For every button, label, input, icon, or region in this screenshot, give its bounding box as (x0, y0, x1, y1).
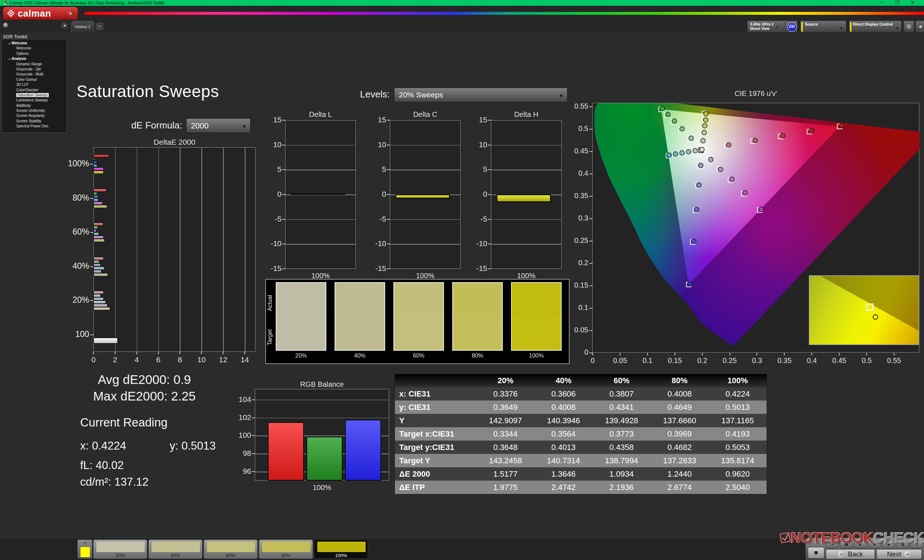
deltae-bar (93, 189, 106, 192)
source-accent-bar (801, 22, 803, 32)
thumbnail-label: 100% (314, 553, 368, 558)
deltae-bar (93, 304, 108, 307)
display-control-label: Direct Display Control (853, 22, 892, 26)
tab-strip: ◀ History 1 + X-Rite i1Pro 2 Direct View… (0, 21, 924, 33)
patch-thumbnail-60%[interactable]: 60% (204, 539, 258, 559)
gridline (390, 169, 460, 170)
x-tick-label: 0.25 (718, 356, 741, 365)
y-tick (252, 435, 255, 436)
window-title: Calman 2025 Calman Ultimate for Business… (9, 1, 164, 5)
y-tick (590, 285, 592, 286)
tree-expander-icon[interactable]: ◢ (8, 58, 10, 60)
sidebar-item-screen-angularity[interactable]: Screen Angularity (2, 113, 67, 118)
meter-device-dropdown[interactable]: X-Rite i1Pro 2 Direct View ▼ 232 (747, 21, 798, 33)
value-cell: 0.4224 (708, 387, 766, 401)
patch-thumbnail-80%[interactable]: 80% (259, 539, 313, 559)
tree-expander-icon[interactable]: ◢ (8, 42, 10, 44)
panel-collapse-button[interactable]: ◀ (915, 21, 924, 33)
thumbnail-label: 20% (93, 553, 147, 558)
value-cell: 0.5013 (708, 401, 766, 414)
y-tick-label: 0.5 (565, 124, 588, 133)
sidebar-item-options[interactable]: Options (2, 51, 67, 56)
deltae-bar (93, 307, 110, 310)
reading-x: x: 0.4224 (80, 439, 126, 452)
value-cell: 0.3344 (476, 427, 534, 440)
deltae-bar (93, 168, 104, 171)
row-label: Y (395, 414, 476, 427)
sidebar-item-screen-uniformity[interactable]: Screen Uniformity (2, 108, 67, 113)
sidebar-item-welcome[interactable]: ◢Welcome (2, 41, 67, 46)
x-tick (675, 353, 675, 355)
delta-c-title: Delta C (390, 111, 460, 119)
patch-thumbnail-40%[interactable]: 40% (148, 539, 202, 559)
measured-circle-marker (708, 157, 713, 162)
y-tick (387, 145, 390, 145)
sidebar-item-grayscale-multi[interactable]: Grayscale - Multi (2, 72, 67, 77)
watermark-check-text: CHECK (873, 529, 924, 546)
expand-up-icon[interactable]: ▲ (78, 540, 92, 545)
y-tick (282, 120, 285, 121)
display-control-dropdown[interactable]: Direct Display Control ▼ (849, 21, 902, 33)
y-tick-label: -15 (368, 264, 386, 273)
calman-logo-text: calman (18, 8, 51, 19)
y-tick (488, 145, 491, 145)
value-cell: 2.4742 (534, 481, 592, 494)
cie-chart-title: CIE 1976 u'v' (592, 90, 919, 98)
close-button[interactable]: ✕ (908, 0, 918, 6)
rgb-bar-blue (345, 420, 381, 481)
deltae-bar (93, 297, 104, 301)
measured-circle-marker (693, 148, 698, 153)
y-tick (590, 218, 592, 219)
minimize-button[interactable]: – (877, 0, 887, 6)
x-tick-label: 0.45 (828, 356, 851, 365)
delta-bar (291, 193, 345, 195)
app-logo-icon (3, 1, 7, 5)
sidebar-collapse-icon[interactable]: ◀ (62, 22, 68, 28)
tab-history-1[interactable]: History 1 (71, 21, 94, 33)
measured-circle-marker (840, 123, 844, 128)
sidebar-item-grayscale-2pt[interactable]: Grayscale - 2pt (2, 67, 67, 72)
layout-toggle-button[interactable] (3, 22, 8, 28)
y-tick-label: 15 (264, 115, 282, 124)
measured-circle-marker (729, 177, 734, 181)
patch-thumbnail-100%[interactable]: 100% (314, 539, 368, 559)
sidebar-item-luminance-sweeps[interactable]: Luminance Sweeps (2, 98, 67, 103)
add-tab-button[interactable]: + (96, 23, 103, 30)
gridline (491, 219, 562, 220)
value-cell: 0.4682 (650, 440, 708, 454)
x-tick (839, 353, 840, 355)
calman-menu-button[interactable]: calman ▼ (3, 7, 78, 20)
patch-list-mini-tile[interactable]: ▲ (77, 539, 92, 559)
deltae-bar (93, 205, 107, 208)
table-row: ΔE ITP1.97752.47422.19362.67742.5040 (395, 481, 766, 494)
de-formula-label: dE Formula: (108, 120, 182, 131)
sidebar-item-analysis[interactable]: ◢Analysis (2, 56, 67, 61)
sidebar-item-screen-stability[interactable]: Screen Stability (2, 119, 67, 124)
source-dropdown[interactable]: Source ▼ (800, 21, 846, 33)
maximize-button[interactable]: ❐ (892, 0, 902, 6)
sidebar-item-additivity[interactable]: Additivity (2, 103, 67, 108)
sidebar-item-colorchecker[interactable]: ColorChecker (2, 88, 67, 93)
y-tick (282, 268, 285, 269)
sidebar-item-welcome[interactable]: Welcome (2, 46, 67, 51)
patch-thumbnail-20%[interactable]: 20% (93, 539, 147, 559)
sidebar-item-3d-lut[interactable]: 3D LUT (2, 82, 67, 87)
sidebar-item-spectral-power-dist-[interactable]: Spectral Power Dist. (2, 124, 67, 129)
levels-dropdown[interactable]: 20% Sweeps ▼ (394, 88, 567, 102)
sidebar-item-dynamic-range[interactable]: Dynamic Range (2, 62, 67, 67)
sidebar-item-color-gamut[interactable]: Color Gamut (2, 77, 67, 82)
value-cell: 2.6774 (650, 481, 708, 494)
calman-dropdown-arrow-icon[interactable]: ▼ (67, 10, 75, 18)
de-formula-dropdown[interactable]: 2000 ▼ (186, 118, 250, 133)
settings-gear-button[interactable]: ⚙ (903, 21, 914, 33)
table-row: Y142.9097140.3946139.4928137.6660137.116… (395, 414, 766, 427)
measured-circle-marker (698, 163, 703, 168)
current-patch-swatch (81, 547, 90, 557)
sidebar-item-saturation-sweeps[interactable]: Saturation Sweeps (2, 93, 67, 98)
y-tick (90, 266, 93, 267)
thumbnail-label: 80% (259, 553, 313, 558)
value-cell: 0.4341 (592, 401, 651, 414)
sweep-swatch-20% (276, 282, 326, 351)
y-tick (282, 219, 285, 220)
table-corner-cell (395, 374, 476, 387)
